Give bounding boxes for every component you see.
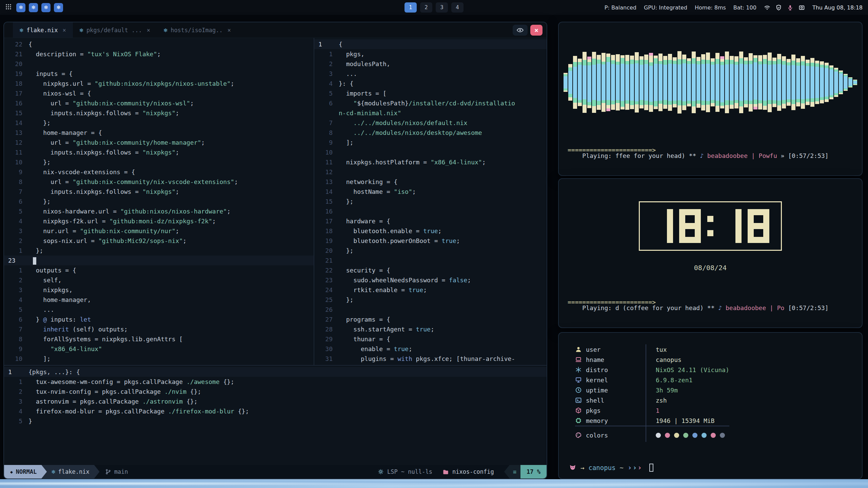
code-text: url = "github:nix-community/home-manager… [28,138,205,147]
window-close-button[interactable]: × [530,25,542,36]
taglist: 1234 [405,2,463,13]
line-number: 4 [4,216,28,226]
pane-bottom[interactable]: 1{pkgs, ...}: {1 tux-awesome-wm-config =… [4,366,547,464]
code-line: 25 }; [314,295,547,305]
code-line: 19 inputs = { [4,69,314,79]
tag-button[interactable]: 3 [436,2,448,13]
datetime[interactable]: Thu Aug 08, 18:18 [812,4,863,11]
nix-file-icon: ❄ [20,27,23,34]
tab-close-icon[interactable]: × [147,27,150,34]
line-number: 4 [314,79,339,88]
status-chip: GPU: Integrated [644,4,687,11]
code-line: 2 sops-nix.url = "github:Mic92/sops-nix"… [4,236,314,246]
app-icon[interactable]: ❄ [54,3,63,12]
line-number: 20 [4,59,28,69]
visualizer-bar [777,54,781,111]
visualizer-bar [768,53,772,112]
fetch-row-label: kernel [575,375,646,385]
prompt-host: canopus [588,464,615,471]
tab-label: hosts/isoImag.. [171,27,223,34]
code-text: hardware = { [339,216,390,226]
code-text: tux-awesome-wm-config = pkgs.callPackage… [28,377,234,387]
fetch-value: 3h 59m [646,385,729,395]
git-branch-icon [105,469,111,475]
pane-right[interactable]: 1{1 pkgs,2 modulesPath,3 ...4}: {5 impor… [314,38,547,365]
visualizer-bar [787,59,791,106]
line-number: 23 [314,275,339,285]
line-number: 15 [314,197,339,206]
fetch-label-text: user [586,346,600,353]
editor-tab[interactable]: ❄pkgs/default ...× [73,22,157,38]
visualizer-bar [696,57,701,108]
fetch-row-label: uptime [575,385,646,395]
code-line: 2 self, [4,275,314,285]
shell-prompt[interactable]: → canopus ~ ››› [569,464,653,472]
pane-left[interactable]: 22{21 description = "tux's NixOS Flake";… [4,38,314,365]
playing-label: Playing: [582,304,615,311]
code-text: nixpkgs-f2k.url = "github:moni-dz/nixpkg… [28,216,216,226]
tag-button[interactable]: 2 [420,2,432,13]
code-line: 9 nix-vscode-extensions = { [4,167,314,177]
code-line: 19 bluetooth.powerOnBoot = true; [314,236,547,246]
clock-digits [651,209,769,243]
tab-close-icon[interactable]: × [62,27,66,34]
tab-close-icon[interactable]: × [228,27,231,34]
launcher-grid-icon[interactable] [5,4,12,11]
line-number: 6 [4,197,28,206]
fetch-row-label: colors [575,426,646,442]
visualizer-bar [711,58,715,106]
editor-tab[interactable]: ❄hosts/isoImag..× [157,22,238,38]
scroll-position: ≡ 17 % [504,465,547,479]
app-icon[interactable]: ❄ [29,3,38,12]
fetch-label-text: hname [586,356,604,363]
code-text: nixos-hardware.url = "github:nixos/nixos… [28,206,231,216]
code-text: }; [28,118,51,128]
mic-icon[interactable] [787,4,793,11]
visualizer-bar [749,53,753,111]
line-number: 13 [314,177,339,187]
lines-icon: ≡ [504,465,520,479]
visualizer-bar [639,56,644,108]
line-number: 12 [314,167,339,177]
visualizer-bar [791,55,795,110]
shield-icon[interactable] [775,4,782,11]
code-text: firefox-mod-blur = pkgs.callPackage ./fi… [28,406,249,416]
wifi-icon[interactable] [764,4,770,11]
visualizer-bar [772,58,776,107]
code-line: 6 }; [4,197,314,206]
line-number: 22 [4,39,28,49]
code-text: }: { [339,79,353,88]
color-dot [656,433,661,438]
visualizer-bar [606,54,610,111]
line-number: 21 [314,256,339,265]
code-line: 14 hostName = "iso"; [314,187,547,197]
tag-button[interactable]: 4 [451,2,463,13]
code-text: ssh.startAgent = true; [339,324,434,334]
editor-cursor [33,257,36,265]
visualizer-bar [815,61,819,104]
line-number: 9 [4,167,28,177]
line-number: 31 [314,354,339,364]
code-line: 5 ... [4,305,314,314]
eye-toggle-button[interactable] [513,25,528,36]
code-line: 1 tux-awesome-wm-config = pkgs.callPacka… [4,377,547,387]
code-line: 22{ [4,39,314,49]
code-text: security = { [339,265,390,275]
music-note-icon: ♪ [718,304,722,311]
code-text: inputs.nixpkgs.follows = "nixpkgs"; [28,187,179,197]
code-line: 20 }; [314,246,547,256]
editor-tab[interactable]: ❄flake.nix× [13,22,73,38]
code-text: enable = true; [339,344,412,354]
code-text: bluetooth.enable = true; [339,226,441,236]
screenshot-icon[interactable] [798,4,805,11]
app-icon[interactable]: ❄ [16,3,25,12]
app-icon[interactable]: ❄ [41,3,51,12]
color-dot [683,433,688,438]
tag-button[interactable]: 1 [405,2,417,13]
code-line: 16 url = "github:nix-community/nixos-wsl… [4,98,314,108]
code-text: nixos-wsl = { [28,88,91,98]
code-line: 5 nixos-hardware.url = "github:nixos/nix… [4,206,314,216]
visualizer-bar [692,52,696,113]
lsp-label: LSP ~ null-ls [387,468,432,475]
visualizer-bar [644,55,648,110]
